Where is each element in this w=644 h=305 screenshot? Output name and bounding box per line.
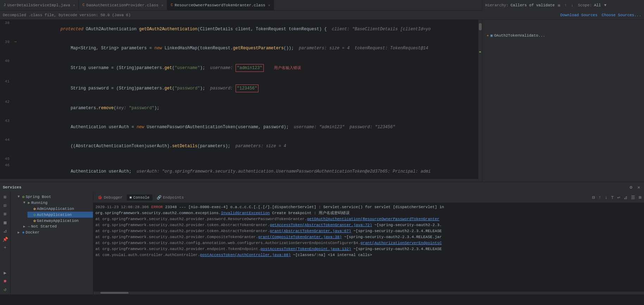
filter-icon[interactable]: ⊿ [2,228,8,235]
tree-item-spring-boot[interactable]: ▼ ✿ Spring Boot [16,194,93,200]
layout-icon[interactable]: ⊞ [3,194,7,201]
scope-dropdown[interactable]: ▼ [603,3,608,8]
auth-config-link[interactable]: grant(AuthorizationServerEndpointsC [361,241,442,245]
log-line-4: at org.springframework.security.oauth2.p… [95,222,642,228]
tab-label: UserDetailsServiceImpl.java [7,3,70,7]
collapse-all-icon[interactable]: ⊠ [3,211,7,218]
resource-granter-link[interactable]: getOAuth2Authentication(ResourceOwnerPas… [307,217,439,221]
close-icon[interactable]: ✕ [161,3,163,7]
close-icon[interactable]: ✕ [268,3,270,7]
services-content: 🐞 Debugger ■ Console 🔗 Endpoints ⊟ ↑ [93,192,644,294]
clear-console-icon[interactable]: ⊟ [591,194,596,201]
not-started-icon: — [28,224,30,229]
tree-item-auth-app[interactable]: ▶ ✿ AuthApplication [27,212,93,218]
hierarchy-tree-item[interactable]: ✦ ▣ OAuth2TokenValidato... [485,32,641,38]
abstract-granter-link[interactable]: getAccessToken(AbstractTokenGranter.java… [270,223,372,227]
log-exception-pkg: org.springframework.security.oauth2.comm… [95,211,221,215]
no-expand: ▶ [29,219,32,223]
tree-item-admin-app[interactable]: ▶ ✿ AdminApplication [27,206,93,212]
tree-item-gateway-app[interactable]: ▶ ✿ GatewayApplication [27,218,93,224]
token-endpoint-link[interactable]: postAccessToken(TokenEndpoint.java:132) [261,247,351,251]
tree-item-not-started[interactable]: ▶ — Not Started [22,224,93,229]
tab-endpoints[interactable]: 🔗 Endpoints [154,194,187,201]
stop-icon[interactable]: ■ [3,278,7,285]
hier-up-btn[interactable]: ↑ [563,3,568,8]
filter-log-icon[interactable]: ⊿ [623,194,629,201]
log-line-8: at org.springframework.security.oauth2.p… [95,246,642,252]
expand-arrow-icon: ▶ [23,224,27,229]
log-timestamp: 2020-11-23 12:08:28.306 [95,205,151,209]
services-area: ⊞ ⊟ ⊠ ▦ ⊿ 📌 + ▶ ■ ↺ ▼ ✿ Spri [0,192,644,294]
tree-item-running[interactable]: ▼ ▶ Running [22,200,93,206]
no-expand: ▶ [29,207,32,211]
composite-grant-link[interactable]: grant(CompositeTokenGranter.java:38) [258,235,342,239]
service-tree: ▼ ✿ Spring Boot ▼ ▶ Running ▶ ✿ Admi [11,192,93,237]
log-line-6: at org.springframework.security.oauth2.p… [95,234,642,240]
log-suffix: ~[classes/:na] <14 internal calls> [291,253,372,257]
group-icon[interactable]: ▦ [3,219,7,226]
services-settings-icon[interactable]: ⚙ [629,184,633,191]
line-number: 43 [0,118,12,124]
scope-label: Scope: [578,3,592,7]
code-line-39: 39 → Map<String, String> parameters = ne… [0,39,479,58]
tree-item-label: AdminApplication [37,207,74,211]
download-sources-link[interactable]: Download Sources [560,13,598,17]
expand-all-icon[interactable]: ⊟ [3,202,7,209]
tab-userdetails[interactable]: J UserDetailsServiceImpl.java ✕ [0,0,79,10]
layout-log-icon[interactable]: ⊞ [638,194,643,201]
code-text: parameters.remove(key: "password"); [24,99,479,118]
log-error-msg: 用户名或密码错误 [319,211,350,215]
scroll-down-icon[interactable]: ↓ [604,194,609,200]
settings-log-icon[interactable]: ☰ [630,194,636,201]
hier-expand-btn[interactable]: ⊞ [557,3,561,8]
log-suffix: ~[spring-security-oauth2-2.3. [372,223,442,227]
editor-vscrollbar[interactable] [479,20,482,182]
hier-down-btn[interactable]: ↓ [570,3,575,8]
pin-console-icon[interactable]: ⊤ [610,194,615,201]
editor-services-split: Decompiled .class file, bytecode version… [0,11,644,294]
tab-label: Console [133,195,149,200]
spring-icon: ✿ [22,194,25,199]
running-app-icon: ✿ [33,212,36,217]
auth-controller-link[interactable]: postAccessToken(AuthController.java:88) [200,253,290,257]
docker-icon: ◈ [22,230,25,235]
close-icon[interactable]: ✕ [73,3,75,7]
log-hscrollbar[interactable] [93,292,644,294]
line-number: 39 [0,39,12,45]
tree-item-label: Not Started [31,224,57,229]
line-number: 44 [0,137,12,143]
editor-hscrollbar[interactable] [0,179,479,182]
tab-resourceowner[interactable]: C ResourceOwnerPasswordTokenGranter.clas… [167,0,274,10]
tab-debugger[interactable]: 🐞 Debugger [95,194,125,201]
info-links: Download Sources Choose Sources... [560,13,641,17]
add-service-icon[interactable]: + [3,244,7,251]
services-divider: Services ⚙ ✕ [0,182,644,192]
tab-console[interactable]: ■ Console [127,194,152,201]
hierarchy-value: Callers of validate [511,3,555,7]
pin-icon[interactable]: 📌 [2,236,9,243]
log-breakpoint-hint: Create breakpoint [270,211,314,215]
tree-item-docker[interactable]: ▶ ◈ Docker [16,229,93,235]
code-content: 38 protected OAuth2Authentication getOAu… [0,20,479,182]
choose-sources-link[interactable]: Choose Sources... [602,13,641,17]
rerun-icon[interactable]: ↺ [3,286,7,293]
expand-arrow-icon: ▼ [18,195,21,199]
abstract-grant-link[interactable]: grant(AbstractTokenGranter.java:67) [270,229,351,233]
run-icon: ▶ [28,200,30,205]
line-number: 38 [0,20,12,26]
wrap-icon[interactable]: ↩ [616,194,621,201]
debug-arrow-icon: → [14,39,16,45]
app-icon: ✿ [33,206,36,211]
log-info: 23348 --- [nio-8000-exec-4] o.a.c.c.C.[.… [163,205,444,209]
services-close-icon[interactable]: ✕ [636,184,641,191]
invalid-grant-exception-link[interactable]: InvalidGrantException [221,211,270,215]
hierarchy-panel-header: Hierarchy: Callers of validate ⊞ ↑ ↓ Sco… [482,0,644,11]
code-line-42: 42 parameters.remove(key: "password"); [0,99,479,118]
code-editor[interactable]: 38 protected OAuth2Authentication getOAu… [0,20,479,182]
line-number: 41 [0,78,12,85]
tab-daoprovider[interactable]: C DaoAuthenticationProvider.class ✕ [79,0,167,10]
scroll-up-icon[interactable]: ↑ [598,194,602,200]
services-sidebar: ▼ ✿ Spring Boot ▼ ▶ Running ▶ ✿ Admi [11,192,93,294]
tree-item-label: GatewayApplication [37,219,79,223]
debug-step-icon[interactable]: ▶ [3,269,7,276]
